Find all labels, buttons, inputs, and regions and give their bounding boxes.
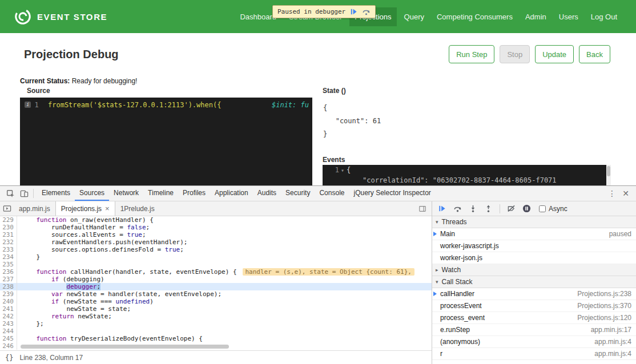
- frame-location[interactable]: Projections.js:238: [577, 290, 631, 298]
- code-area[interactable]: 229 function on_raw(eventHandler) {230 r…: [0, 216, 432, 350]
- code-line-231[interactable]: 231 sources.allEvents = true;: [0, 231, 432, 238]
- step-over-icon[interactable]: [362, 7, 371, 16]
- back-button[interactable]: Back: [579, 45, 610, 63]
- nav-item-query[interactable]: Query: [399, 7, 429, 26]
- line-number[interactable]: 229: [0, 216, 17, 224]
- resume-script-icon[interactable]: [349, 7, 358, 16]
- code-line-238[interactable]: 238 debugger;: [0, 283, 432, 290]
- thread-row-worker-javascript-js[interactable]: worker-javascript.js: [432, 240, 636, 252]
- line-number[interactable]: 239: [0, 290, 17, 298]
- devtools-tab-sources[interactable]: Sources: [75, 186, 109, 201]
- update-button[interactable]: Update: [535, 45, 574, 63]
- close-tab-icon[interactable]: ×: [105, 204, 110, 213]
- line-number[interactable]: 241: [0, 305, 17, 313]
- stop-button[interactable]: Stop: [500, 45, 530, 63]
- code-line-242[interactable]: 242 return newState;: [0, 313, 432, 320]
- devtools-tab-network[interactable]: Network: [109, 186, 143, 201]
- devtools-tab-console[interactable]: Console: [315, 186, 349, 201]
- code-line-229[interactable]: 229 function on_raw(eventHandler) {: [0, 216, 432, 224]
- more-menu-icon[interactable]: ⋮: [605, 188, 619, 199]
- pause-on-exceptions-icon[interactable]: [522, 204, 531, 213]
- call-frame-callhandler[interactable]: callHandlerProjections.js:238: [432, 288, 636, 300]
- line-number[interactable]: 234: [0, 253, 17, 261]
- devtools-tab-timeline[interactable]: Timeline: [143, 186, 178, 201]
- async-checkbox[interactable]: [539, 205, 546, 212]
- resume-button-icon[interactable]: [438, 204, 446, 213]
- frame-location[interactable]: app.min.js:4: [594, 338, 631, 346]
- event-store-logo[interactable]: EVENT STORE: [14, 7, 107, 26]
- deactivate-breakpoints-icon[interactable]: [507, 204, 516, 213]
- devtools-tab-profiles[interactable]: Profiles: [178, 186, 210, 201]
- frame-location[interactable]: Projections.js:370: [577, 302, 631, 310]
- threads-section-header[interactable]: ▾ Threads: [432, 216, 636, 228]
- call-stack-section-header[interactable]: ▾ Call Stack: [432, 276, 636, 288]
- file-tab-1prelude-js[interactable]: 1Prelude.js: [115, 201, 160, 216]
- run-step-button[interactable]: Run Step: [449, 45, 494, 63]
- line-number[interactable]: 235: [0, 261, 17, 268]
- code-line-245[interactable]: 245 function tryDeserializeBody(eventEnv…: [0, 335, 432, 342]
- call-frame-r[interactable]: rapp.min.js:4: [432, 348, 636, 360]
- line-number[interactable]: 237: [0, 276, 17, 283]
- file-tab-app-min-js[interactable]: app.min.js: [14, 201, 55, 216]
- code-line-230[interactable]: 230 runDefaultHandler = false;: [0, 224, 432, 231]
- nav-item-log-out[interactable]: Log Out: [586, 7, 622, 26]
- nav-item-admin[interactable]: Admin: [520, 7, 552, 26]
- line-number[interactable]: 243: [0, 320, 17, 327]
- horizontal-scrollbar[interactable]: [21, 345, 229, 349]
- line-number[interactable]: 233: [0, 246, 17, 253]
- line-number[interactable]: 238: [0, 283, 17, 290]
- panel-toggle-icon[interactable]: [416, 203, 429, 215]
- step-out-button-icon[interactable]: [484, 204, 493, 213]
- step-over-button-icon[interactable]: [453, 204, 462, 213]
- close-devtools-icon[interactable]: ✕: [619, 188, 633, 199]
- frame-location[interactable]: app.min.js:4: [594, 350, 631, 358]
- file-tab-projections-js[interactable]: Projections.js×: [55, 201, 115, 216]
- call-frame-processevent[interactable]: processEventProjections.js:370: [432, 300, 636, 312]
- code-line-235[interactable]: 235: [0, 261, 432, 268]
- step-into-button-icon[interactable]: [469, 204, 477, 213]
- source-code-editor[interactable]: i 1 fromStream('$stats-127.0.0.1:2113').…: [20, 98, 312, 186]
- code-line-240[interactable]: 240 if (newState === undefined): [0, 298, 432, 305]
- code-line-241[interactable]: 241 newState = state;: [0, 305, 432, 313]
- navigator-toggle-icon[interactable]: [0, 203, 14, 215]
- fold-caret-icon[interactable]: ▾: [341, 167, 344, 173]
- frame-location[interactable]: app.min.js:17: [591, 326, 631, 334]
- device-toolbar-icon[interactable]: [17, 188, 31, 199]
- code-line-234[interactable]: 234 }: [0, 253, 432, 261]
- events-scrollbar[interactable]: [606, 165, 611, 186]
- thread-row-worker-json-js[interactable]: worker-json.js: [432, 252, 636, 264]
- line-number[interactable]: 245: [0, 335, 17, 342]
- line-number[interactable]: 230: [0, 224, 17, 231]
- devtools-tab-audits[interactable]: Audits: [253, 186, 281, 201]
- code-line-237[interactable]: 237 if (debugging): [0, 276, 432, 283]
- code-line-244[interactable]: 244: [0, 327, 432, 335]
- nav-item-competing-consumers[interactable]: Competing Consumers: [432, 7, 518, 26]
- line-number[interactable]: 244: [0, 327, 17, 335]
- code-line-236[interactable]: 236 function callHandler(handler, state,…: [0, 268, 432, 276]
- call-frame-process-event[interactable]: process_eventProjections.js:120: [432, 312, 636, 324]
- devtools-tab-elements[interactable]: Elements: [37, 186, 75, 201]
- line-number[interactable]: 240: [0, 298, 17, 305]
- devtools-tab-jquery-selector-inspector[interactable]: jQuery Selector Inspector: [349, 186, 435, 201]
- call-frame-e-runstep[interactable]: e.runStepapp.min.js:17: [432, 324, 636, 336]
- watch-section-header[interactable]: ▸ Watch: [432, 264, 636, 276]
- pretty-print-icon[interactable]: {}: [5, 354, 13, 362]
- source-code-text: fromStream('$stats-127.0.0.1:2113').when…: [48, 101, 221, 109]
- devtools-tab-security[interactable]: Security: [281, 186, 315, 201]
- frame-location[interactable]: Projections.js:120: [577, 314, 631, 322]
- line-number[interactable]: 242: [0, 313, 17, 320]
- code-line-239[interactable]: 239 var newState = handler(state, eventE…: [0, 290, 432, 298]
- code-line-233[interactable]: 233 sources.options.definesFold = true;: [0, 246, 432, 253]
- code-line-232[interactable]: 232 rawEventHandlers.push(eventHandler);: [0, 238, 432, 246]
- inspect-element-icon[interactable]: [3, 188, 17, 199]
- line-number[interactable]: 236: [0, 268, 17, 276]
- devtools-tab-application[interactable]: Application: [210, 186, 253, 201]
- line-number[interactable]: 232: [0, 238, 17, 246]
- call-frame-anonymous[interactable]: (anonymous)app.min.js:4: [432, 336, 636, 348]
- code-line-243[interactable]: 243 };: [0, 320, 432, 327]
- line-number[interactable]: 246: [0, 342, 17, 350]
- line-number[interactable]: 231: [0, 231, 17, 238]
- events-editor[interactable]: 1 ▾ { "correlationId": "06302702-8837-44…: [323, 165, 606, 186]
- nav-item-users[interactable]: Users: [554, 7, 583, 26]
- thread-row-main[interactable]: Mainpaused: [432, 228, 636, 240]
